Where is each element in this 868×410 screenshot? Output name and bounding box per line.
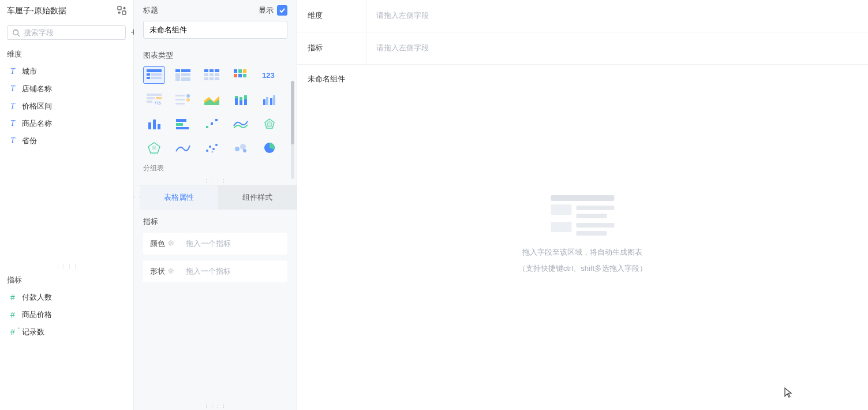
chart-type-group-table[interactable] xyxy=(143,66,165,84)
search-field-box[interactable] xyxy=(7,25,126,40)
color-label: 颜色 xyxy=(150,238,165,249)
svg-rect-34 xyxy=(175,95,185,96)
chart-grid-scrollbar[interactable] xyxy=(291,81,294,179)
dimension-item[interactable]: T省份 xyxy=(3,132,130,150)
svg-rect-44 xyxy=(244,95,247,99)
tab-table-props[interactable]: 表格属性 xyxy=(140,185,218,210)
svg-rect-15 xyxy=(215,69,219,72)
svg-rect-26 xyxy=(238,74,242,77)
chart-type-scatter-step[interactable] xyxy=(201,115,223,132)
chart-type-area[interactable] xyxy=(201,91,223,108)
chart-type-gauge[interactable] xyxy=(143,139,165,156)
svg-rect-45 xyxy=(263,99,265,105)
dimension-dropzone-row: 维度 请拖入左侧字段 xyxy=(297,0,868,32)
sidebar-splitter[interactable]: ⋮⋮⋮⋮ xyxy=(0,264,133,269)
field-label: 商品名称 xyxy=(22,118,52,129)
show-label: 显示 xyxy=(259,5,274,16)
chart-type-cross-table[interactable] xyxy=(172,66,194,84)
svg-rect-17 xyxy=(209,73,214,76)
field-label: 城市 xyxy=(22,66,37,77)
svg-point-69 xyxy=(170,270,172,272)
chart-type-multiline[interactable] xyxy=(230,115,252,132)
config-splitter[interactable]: ⋮⋮⋮⋮ xyxy=(134,178,297,185)
record-count-icon: #* xyxy=(8,327,17,337)
chart-type-color-table[interactable] xyxy=(230,66,252,84)
svg-rect-16 xyxy=(204,73,208,76)
config-tabs: ⋮⋮ 表格属性 组件样式 xyxy=(134,185,297,210)
datasource-title: 车厘子-原始数据 xyxy=(7,6,66,16)
search-input[interactable] xyxy=(24,28,121,37)
shape-label: 形状 xyxy=(150,266,165,277)
svg-point-62 xyxy=(215,144,218,146)
svg-rect-20 xyxy=(209,77,214,80)
tab-component-style[interactable]: 组件样式 xyxy=(218,185,297,210)
measure-item[interactable]: #商品价格 xyxy=(3,306,130,323)
chart-type-detail-table[interactable] xyxy=(201,66,223,84)
chart-type-kpi[interactable]: 123 xyxy=(259,66,280,84)
chart-type-line[interactable] xyxy=(172,139,194,156)
switch-datasource-icon[interactable] xyxy=(117,6,126,17)
svg-rect-57 xyxy=(215,119,218,121)
chart-type-bubble-list[interactable] xyxy=(172,91,194,108)
drop-hint: 拖入一个指标 xyxy=(186,266,280,277)
measure-item[interactable]: #*记录数 xyxy=(3,323,130,341)
measure-item[interactable]: #付款人数 xyxy=(3,289,130,306)
svg-rect-30 xyxy=(147,97,155,99)
tab-drag-handle[interactable]: ⋮⋮ xyxy=(134,185,140,210)
chart-type-radar[interactable] xyxy=(259,115,280,132)
chart-canvas[interactable]: 未命名组件 拖入字段至该区域，将自动生成图表 （支持快捷键ctrl、shift多… xyxy=(297,65,868,410)
color-drop-zone[interactable]: 颜色 拖入一个指标 xyxy=(143,233,287,255)
svg-rect-9 xyxy=(181,69,190,72)
svg-rect-13 xyxy=(204,69,208,72)
chart-type-stacked-bar[interactable] xyxy=(230,91,252,108)
svg-rect-41 xyxy=(240,100,242,105)
measures-list: #付款人数 #商品价格 #*记录数 xyxy=(0,289,133,410)
dimension-label: 维度 xyxy=(297,0,366,32)
svg-rect-5 xyxy=(151,73,162,76)
svg-rect-39 xyxy=(235,98,238,105)
chart-type-pie[interactable] xyxy=(259,139,280,156)
measure-dropzone[interactable]: 请拖入左侧字段 xyxy=(366,32,868,64)
empty-state: 拖入字段至该区域，将自动生成图表 （支持快捷键ctrl、shift多选拖入字段） xyxy=(518,195,647,279)
shape-drop-zone[interactable]: 形状 拖入一个指标 xyxy=(143,260,287,282)
text-field-icon: T xyxy=(8,102,17,111)
svg-point-63 xyxy=(212,151,214,153)
number-field-icon: # xyxy=(8,293,17,302)
text-field-icon: T xyxy=(8,84,17,94)
component-title-input[interactable] xyxy=(143,21,287,39)
chart-type-dashboard-table[interactable]: 776 xyxy=(143,91,165,108)
svg-rect-47 xyxy=(270,98,272,105)
chart-type-hbar[interactable] xyxy=(172,115,194,132)
dimension-item[interactable]: T城市 xyxy=(3,63,130,80)
text-field-icon: T xyxy=(8,136,17,146)
svg-point-60 xyxy=(209,146,211,148)
svg-rect-49 xyxy=(148,122,151,129)
chart-type-column[interactable] xyxy=(143,115,165,132)
dimension-item[interactable]: T价格区间 xyxy=(3,98,130,115)
svg-rect-42 xyxy=(240,97,242,100)
dimension-item[interactable]: T店铺名称 xyxy=(3,80,130,98)
search-icon xyxy=(12,29,20,37)
title-label: 标题 xyxy=(143,5,158,16)
main-canvas: 维度 请拖入左侧字段 指标 请拖入左侧字段 未命名组件 拖入字段至该区域，将自动… xyxy=(297,0,868,410)
svg-rect-24 xyxy=(243,69,246,73)
svg-rect-50 xyxy=(153,120,156,129)
gear-icon[interactable] xyxy=(167,267,174,276)
field-label: 记录数 xyxy=(22,327,44,337)
chart-type-bar-grouped[interactable] xyxy=(259,91,280,108)
empty-illustration-icon xyxy=(551,195,614,236)
config-bottom-splitter[interactable]: ⋮⋮⋮⋮ xyxy=(134,402,297,410)
chart-type-scatter[interactable] xyxy=(201,139,223,156)
dimension-dropzone[interactable]: 请拖入左侧字段 xyxy=(366,0,868,32)
svg-rect-53 xyxy=(176,123,183,126)
svg-rect-32 xyxy=(147,100,152,103)
svg-rect-55 xyxy=(206,126,208,128)
dimension-item[interactable]: T商品名称 xyxy=(3,115,130,132)
gear-icon[interactable] xyxy=(167,240,174,248)
measure-label: 指标 xyxy=(297,32,366,64)
show-title-checkbox[interactable] xyxy=(277,5,287,16)
chart-type-bubble[interactable] xyxy=(230,139,252,156)
cursor-icon xyxy=(784,387,793,398)
empty-hint-2: （支持快捷键ctrl、shift多选拖入字段） xyxy=(518,263,647,274)
svg-point-68 xyxy=(170,242,172,244)
